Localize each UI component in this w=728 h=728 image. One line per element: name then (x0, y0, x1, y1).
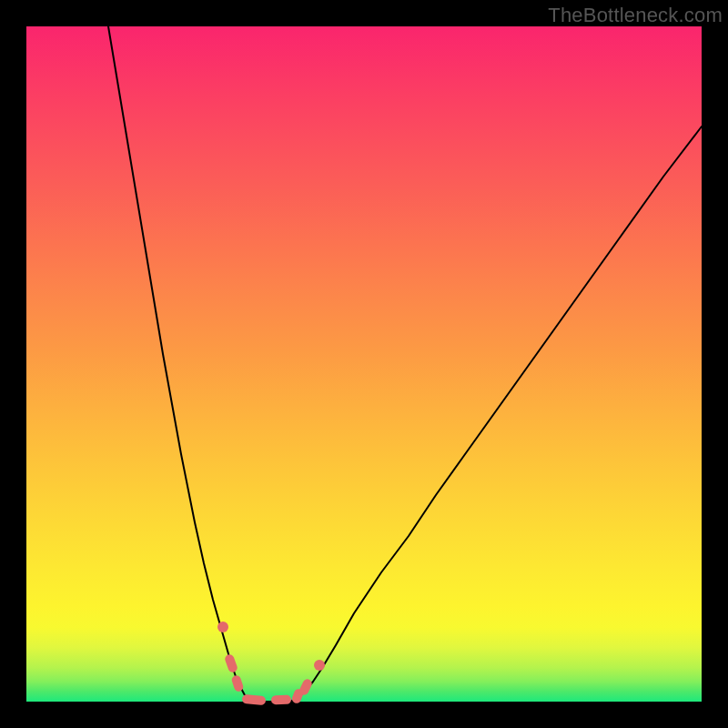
data-point-pill (271, 695, 291, 705)
data-point-markers (217, 622, 325, 705)
data-point-pill (242, 694, 267, 705)
plot-area (26, 26, 702, 702)
watermark-text: TheBottleneck.com (548, 4, 723, 27)
left-branch-line (108, 26, 252, 702)
data-point-dot (314, 660, 325, 671)
curve-layer (26, 26, 702, 702)
right-branch-line (290, 126, 702, 702)
chart-frame: TheBottleneck.com (0, 0, 728, 728)
data-point-pill (224, 653, 238, 673)
data-point-dot (217, 622, 228, 632)
